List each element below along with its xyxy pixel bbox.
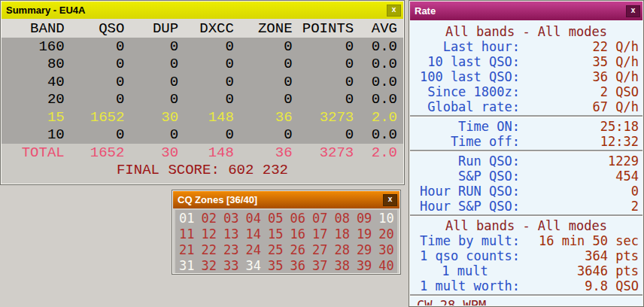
rate-label: Hour RUN QSO: (410, 184, 520, 199)
rate-label: 1 qso counts: (410, 248, 520, 263)
summary-total-row: TOTAL 1652 30 148 36 3273 2.0 (2, 144, 403, 161)
total-dxcc: 148 (178, 144, 234, 161)
cq-zones-grid: 01 02 03 04 05 06 07 08 09 10 11 12 13 1… (175, 210, 397, 273)
rate-titlebar[interactable]: Rate x (410, 2, 642, 20)
total-avg: 2.0 (354, 144, 397, 161)
table-row-15-active: 15 1652 30 148 36 3273 2.0 (2, 108, 403, 126)
rate-row-1-mult-worth: 1 mult worth: 9.8 QSO (410, 278, 642, 293)
cell-dxcc: 0 (178, 91, 234, 108)
rate-value: 12:32 (520, 134, 642, 149)
rate-label: Time by mult: (410, 233, 520, 248)
rate-label: 1 mult worth: (410, 278, 520, 293)
zone-07: 07 (312, 211, 327, 226)
cell-qso: 0 (65, 56, 125, 72)
zone-32: 32 (201, 258, 216, 273)
cell-zone: 0 (234, 91, 293, 108)
cq-zones-close-button[interactable]: x (383, 194, 397, 206)
zone-11: 11 (179, 226, 194, 242)
summary-table: BAND QSO DUP DXCC ZONE POINTS AVG 160 0 … (2, 19, 403, 179)
summary-band-rows: 160 0 0 0 0 0 0.0 80 0 0 0 0 0 0.0 (2, 38, 403, 144)
zone-12: 12 (201, 226, 216, 242)
cell-qso: 0 (65, 74, 125, 90)
rate-row-10-last-qso: 10 last QSO: 35 Q/h (410, 54, 642, 69)
cq-zones-title: CQ Zones [36/40] (178, 194, 257, 205)
table-row-160: 160 0 0 0 0 0 0.0 (2, 38, 403, 56)
table-row-20: 20 0 0 0 0 0 0.0 (2, 91, 403, 109)
rate-value: 25:18 (520, 119, 642, 134)
rate-window: Rate x All bands - All modes Last hour: … (409, 0, 644, 307)
summary-header-row: BAND QSO DUP DXCC ZONE POINTS AVG (2, 19, 403, 38)
rate-value: 454 (520, 169, 642, 184)
zone-33: 33 (223, 258, 238, 273)
zone-row-1: 01 02 03 04 05 06 07 08 09 10 (179, 210, 397, 226)
zone-35: 35 (268, 258, 283, 273)
zone-21: 21 (179, 242, 194, 257)
section-divider (410, 115, 642, 117)
summary-close-button[interactable]: x (387, 5, 401, 17)
cell-points: 0 (293, 91, 354, 108)
column-header-qso: QSO (65, 20, 125, 37)
column-header-avg: AVG (354, 20, 397, 37)
cell-zone: 0 (234, 74, 293, 90)
cell-qso: 0 (65, 91, 125, 108)
cell-dxcc: 148 (178, 109, 234, 126)
cell-band: 20 (2, 91, 65, 108)
zone-01: 01 (179, 211, 194, 226)
summary-titlebar[interactable]: Summary - EU4A x (2, 2, 403, 19)
zone-25: 25 (268, 242, 283, 257)
summary-title: Summary - EU4A (6, 5, 85, 16)
total-points: 3273 (293, 144, 354, 161)
summary-window-inner: Summary - EU4A x BAND QSO DUP DXCC ZONE … (1, 1, 404, 184)
cell-band: 10 (2, 126, 65, 143)
cell-avg: 2.0 (354, 109, 397, 126)
cell-dup: 0 (124, 56, 178, 72)
final-score: FINAL SCORE: 602 232 (2, 161, 403, 179)
zone-17: 17 (312, 226, 327, 242)
total-label: TOTAL (2, 144, 65, 161)
rate-row-global-rate: Global rate: 67 Q/h (410, 99, 642, 114)
rate-row-time-on: Time ON: 25:18 (410, 119, 642, 134)
cell-qso: 0 (65, 38, 125, 55)
rate-close-button[interactable]: x (626, 5, 640, 17)
cell-dxcc: 0 (178, 38, 234, 55)
zone-28: 28 (334, 242, 349, 257)
cq-zones-window-inner: CQ Zones [36/40] x 01 02 03 04 05 06 07 … (172, 190, 400, 274)
summary-window: Summary - EU4A x BAND QSO DUP DXCC ZONE … (0, 0, 405, 185)
table-row-10: 10 0 0 0 0 0 0.0 (2, 126, 403, 144)
cell-dup: 0 (124, 91, 178, 108)
cell-dup: 0 (124, 74, 178, 90)
cell-points: 0 (293, 56, 354, 72)
zone-23: 23 (223, 242, 238, 257)
rate-row-time-off: Time off: 12:32 (410, 134, 642, 149)
table-row-40: 40 0 0 0 0 0 0.0 (2, 73, 403, 91)
cell-points: 0 (293, 126, 354, 143)
zone-05: 05 (268, 211, 283, 226)
cell-qso: 0 (65, 126, 125, 143)
zone-row-4: 31 32 33 34 35 36 37 38 39 40 (179, 257, 397, 273)
cell-avg: 0.0 (354, 91, 397, 108)
zone-row-2: 11 12 13 14 15 16 17 18 19 20 (179, 226, 397, 242)
rate-row-1-qso-counts: 1 qso counts: 364 pts (410, 248, 642, 263)
zone-08: 08 (334, 211, 349, 226)
zone-row-3: 21 22 23 24 25 26 27 28 29 30 (179, 242, 397, 257)
zone-02: 02 (201, 211, 216, 226)
zone-29: 29 (357, 242, 372, 257)
rate-label: 10 last QSO: (410, 54, 520, 69)
cell-avg: 0.0 (354, 74, 397, 90)
rate-value: 2 (520, 199, 642, 214)
cell-avg: 0.0 (354, 56, 397, 72)
rate-label: Since 1800z: (410, 84, 520, 99)
cell-zone: 0 (234, 38, 293, 55)
cell-band: 40 (2, 74, 65, 90)
zone-39: 39 (357, 258, 372, 273)
rate-value: 67 Q/h (520, 99, 642, 114)
cq-zones-titlebar[interactable]: CQ Zones [36/40] x (173, 191, 399, 208)
column-header-dup: DUP (124, 20, 178, 37)
rate-row-100-last-qso: 100 last QSO: 36 Q/h (410, 69, 642, 84)
column-header-points: POINTS (293, 20, 354, 37)
zone-40: 40 (378, 258, 393, 273)
rate-label: 100 last QSO: (410, 69, 520, 84)
rate-value: 9.8 QSO (520, 278, 642, 293)
cell-dxcc: 0 (178, 126, 234, 143)
total-dup: 30 (124, 144, 178, 161)
